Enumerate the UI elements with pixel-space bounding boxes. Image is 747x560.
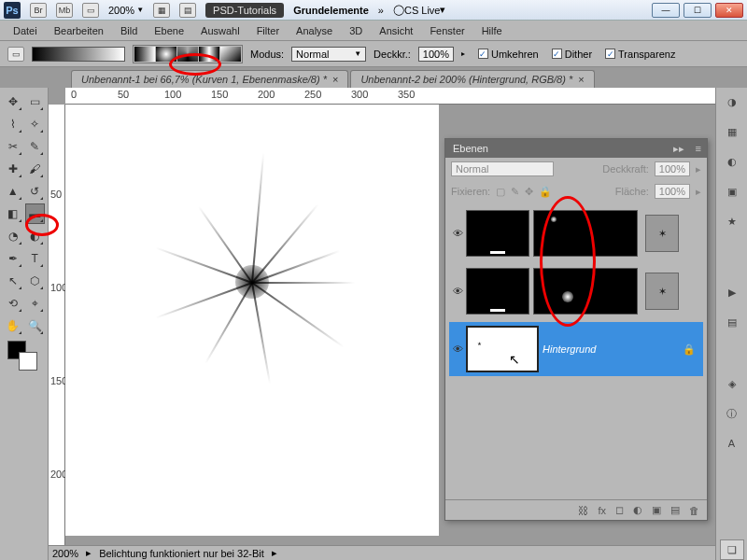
maximize-button[interactable]: ☐ xyxy=(684,3,712,18)
styles-panel-icon[interactable]: ★ xyxy=(722,213,742,230)
gradient-reflected[interactable] xyxy=(199,47,219,62)
type-tool[interactable]: T xyxy=(25,248,46,269)
actions-panel-icon[interactable]: ▶ xyxy=(722,284,742,301)
gradient-preview[interactable] xyxy=(32,47,125,62)
adjustment-layer-icon[interactable]: ◐ xyxy=(633,504,642,516)
extras-icon[interactable]: ▤ xyxy=(179,3,196,18)
new-layer-icon[interactable]: ▤ xyxy=(670,504,680,516)
lock-position-icon[interactable]: ✥ xyxy=(525,186,533,198)
eyedropper-tool[interactable]: ✎ xyxy=(25,136,46,157)
document-tab-2[interactable]: Unbenannt-2 bei 200% (Hintergrund, RGB/8… xyxy=(350,70,594,88)
gradient-diamond[interactable] xyxy=(220,47,241,62)
close-tab-icon[interactable]: × xyxy=(332,74,338,85)
path-select-tool[interactable]: ↖ xyxy=(3,271,23,291)
gradient-angle[interactable] xyxy=(177,47,198,62)
canvas[interactable] xyxy=(65,105,439,536)
delete-layer-icon[interactable]: 🗑 xyxy=(689,505,699,516)
3d-rotate-tool[interactable]: ⟲ xyxy=(3,293,23,314)
layer-row-background[interactable]: 👁 ٭ ↖ Hintergrund 🔒 xyxy=(449,322,703,376)
cslive-button[interactable]: ◯ CS Live ▾ xyxy=(393,4,446,16)
menu-ansicht[interactable]: Ansicht xyxy=(379,25,413,36)
menu-fenster[interactable]: Fenster xyxy=(430,25,464,36)
deckkr-arrow-icon[interactable]: ▸ xyxy=(461,49,465,58)
shape-tool[interactable]: ⬡ xyxy=(25,271,46,291)
layer-style-thumb[interactable]: ✶ xyxy=(645,273,679,310)
adjust-panel-icon[interactable]: ◐ xyxy=(722,153,742,170)
lock-pixels-icon[interactable]: ✎ xyxy=(511,186,519,198)
bridge-icon[interactable]: Br xyxy=(30,3,47,18)
swatch-panel-icon[interactable]: ▦ xyxy=(722,123,742,140)
group-icon[interactable]: ▣ xyxy=(652,504,661,516)
menu-bearbeiten[interactable]: Bearbeiten xyxy=(54,25,104,36)
nav-panel-icon[interactable]: ◈ xyxy=(722,375,742,392)
layer-mask-icon[interactable]: ◻ xyxy=(615,504,624,516)
gradient-linear[interactable] xyxy=(134,47,155,62)
crop-tool[interactable]: ✂ xyxy=(3,136,23,157)
panel-menu-icon[interactable]: ≡ xyxy=(690,143,707,154)
info-panel-icon[interactable]: ⓘ xyxy=(722,405,742,422)
history-brush-tool[interactable]: ↺ xyxy=(25,181,46,202)
close-button[interactable]: ✕ xyxy=(715,3,743,18)
marquee-tool[interactable]: ▭ xyxy=(25,91,46,112)
3d-camera-tool[interactable]: ⌖ xyxy=(25,293,46,314)
adjustment-thumb[interactable] xyxy=(466,268,529,315)
status-zoom[interactable]: 200% xyxy=(52,548,78,559)
arrange-icon[interactable]: ▦ xyxy=(153,3,170,18)
transparenz-checkbox[interactable]: ✓Transparenz xyxy=(605,49,675,60)
dodge-tool[interactable]: ◐ xyxy=(25,226,46,246)
menu-bild[interactable]: Bild xyxy=(120,25,137,36)
screen-mode-icon[interactable]: ▭ xyxy=(82,3,99,18)
close-tab-icon[interactable]: × xyxy=(578,74,584,85)
workspace-more-icon[interactable]: » xyxy=(378,5,384,16)
color-swatches[interactable] xyxy=(3,338,45,373)
hand-tool[interactable]: ✋ xyxy=(3,315,23,336)
layers-tab[interactable]: Ebenen xyxy=(445,140,496,157)
menu-auswahl[interactable]: Auswahl xyxy=(201,25,240,36)
blur-tool[interactable]: ◔ xyxy=(3,226,23,246)
layers-panel-icon[interactable]: ❏ xyxy=(720,539,744,560)
visibility-icon[interactable]: 👁 xyxy=(449,343,466,355)
lock-all-icon[interactable]: 🔒 xyxy=(539,186,552,198)
mask-thumb[interactable] xyxy=(533,268,638,315)
zoom-level[interactable]: 200% ▼ xyxy=(108,5,144,16)
stamp-tool[interactable]: ▲ xyxy=(3,181,23,202)
zoom-tool[interactable]: 🔍 xyxy=(25,315,46,336)
minimize-button[interactable]: — xyxy=(652,3,680,18)
mask-panel-icon[interactable]: ▣ xyxy=(722,183,742,200)
deckkraft-input[interactable]: 100% xyxy=(655,161,690,176)
layer-thumb[interactable]: ٭ ↖ xyxy=(466,326,539,372)
link-layers-icon[interactable]: ⛓ xyxy=(578,505,588,516)
eraser-tool[interactable]: ◧ xyxy=(3,203,23,224)
menu-analyse[interactable]: Analyse xyxy=(296,25,332,36)
adjustment-thumb[interactable] xyxy=(466,210,529,257)
gradient-radial[interactable] xyxy=(156,47,176,62)
modus-select[interactable]: Normal▼ xyxy=(291,47,366,62)
umkehren-checkbox[interactable]: ✓Umkehren xyxy=(478,49,539,60)
mask-thumb[interactable] xyxy=(533,210,638,257)
menu-filter[interactable]: Filter xyxy=(257,25,279,36)
layer-name[interactable]: Hintergrund xyxy=(543,343,596,355)
layer-row[interactable]: 👁 ✶ xyxy=(449,264,703,318)
minibridge-icon[interactable]: Mb xyxy=(56,3,73,18)
layer-style-thumb[interactable]: ✶ xyxy=(645,215,679,252)
magic-wand-tool[interactable]: ✧ xyxy=(25,114,46,134)
menu-3d[interactable]: 3D xyxy=(349,25,362,36)
gradient-tool[interactable]: ▬ xyxy=(25,203,46,224)
menu-hilfe[interactable]: Hilfe xyxy=(482,25,502,36)
visibility-icon[interactable]: 👁 xyxy=(449,228,466,239)
healing-tool[interactable]: ✚ xyxy=(3,159,23,179)
lock-transparency-icon[interactable]: ▢ xyxy=(496,186,505,198)
menu-ebene[interactable]: Ebene xyxy=(154,25,184,36)
flaeche-input[interactable]: 100% xyxy=(655,184,690,199)
visibility-icon[interactable]: 👁 xyxy=(449,286,466,297)
panel-collapse-icon[interactable]: ▸▸ xyxy=(668,143,690,155)
menu-datei[interactable]: Datei xyxy=(13,25,37,36)
blend-mode-select[interactable]: Normal xyxy=(451,161,554,176)
dither-checkbox[interactable]: ✓Dither xyxy=(552,49,592,60)
deckkr-input[interactable]: 100% xyxy=(418,47,454,62)
pen-tool[interactable]: ✒ xyxy=(3,248,23,269)
workspace-psdtutorials[interactable]: PSD-Tutorials xyxy=(205,3,284,18)
document-tab-1[interactable]: Unbenannt-1 bei 66,7% (Kurven 1, Ebenenm… xyxy=(71,70,348,88)
brush-tool[interactable]: 🖌 xyxy=(25,159,46,179)
tool-preset-picker[interactable]: ▭ xyxy=(7,47,24,62)
